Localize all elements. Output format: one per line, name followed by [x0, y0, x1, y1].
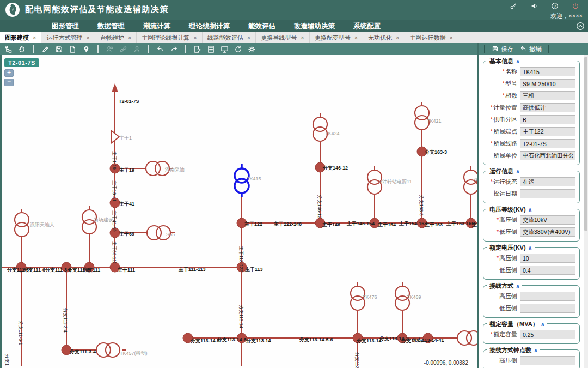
- source-arrow-icon: [112, 83, 118, 92]
- field-input-运行状态[interactable]: [520, 177, 575, 186]
- tab-close-icon[interactable]: ×: [396, 34, 399, 41]
- collapse-toolbar-button[interactable]: [576, 22, 585, 33]
- help-button[interactable]: ?: [551, 2, 559, 10]
- tab-9[interactable]: 主网运行数据×: [405, 32, 458, 43]
- sound-button[interactable]: [530, 2, 538, 10]
- property-form: 基本信息∧*名称*型号*相数*计量位置*供电分区*所属端点*所属线路所属单位运行…: [479, 55, 588, 368]
- field-input-相数[interactable]: [520, 91, 575, 100]
- menu-item-3[interactable]: 潮流计算: [134, 20, 180, 32]
- calculator-tool-button[interactable]: [207, 45, 215, 53]
- node-label: 分支146-12: [317, 195, 322, 219]
- menu-item-2[interactable]: 数据管理: [88, 20, 134, 32]
- key-button[interactable]: [510, 2, 517, 10]
- field-input-高压侧[interactable]: [520, 254, 575, 263]
- pin-tool-button[interactable]: [82, 45, 90, 53]
- doc-export-tool-button[interactable]: [193, 45, 201, 53]
- panel-undo-button[interactable]: 撤销: [520, 45, 542, 53]
- field-input-型号[interactable]: [520, 79, 575, 88]
- zoom-out-button[interactable]: −: [4, 79, 14, 86]
- menu-item-4[interactable]: 理论线损计算: [180, 20, 239, 32]
- gear-tool-button[interactable]: [248, 45, 256, 53]
- tab-7[interactable]: 更换配变型号×: [310, 32, 363, 43]
- field-input-低压侧[interactable]: [520, 227, 575, 237]
- calculator-icon: [207, 45, 215, 53]
- form-section-5: 接线方式∧高压侧低压侧: [483, 285, 580, 318]
- tree-tool-button[interactable]: [4, 45, 13, 53]
- tab-close-icon[interactable]: ×: [33, 34, 36, 41]
- link-icon: [119, 45, 127, 53]
- field-input-名称[interactable]: [520, 67, 575, 76]
- tab-close-icon[interactable]: ×: [128, 34, 131, 41]
- single-line-diagram[interactable]: T2-01-7S主干19主干41主干69主干111分支111-5分支111-6分…: [2, 55, 477, 368]
- save-tool-button[interactable]: [55, 45, 63, 53]
- document-tabbar: 图形建模×运行方式管理×台帐维护×主网理论线损计算×线路能效评估×更换导线型号×…: [0, 32, 588, 43]
- field-label: *所属端点: [487, 128, 517, 136]
- tab-4[interactable]: 主网理论线损计算×: [137, 32, 202, 43]
- tab-8[interactable]: 无功优化×: [363, 32, 405, 43]
- form-row: 所属单位: [487, 151, 575, 160]
- form-row: 低压侧: [487, 266, 575, 275]
- screen-tool-button[interactable]: [220, 45, 229, 53]
- required-asterisk: *: [503, 92, 505, 99]
- field-input-低压侧[interactable]: [520, 304, 575, 313]
- menu-item-7[interactable]: 系统配置: [344, 20, 390, 32]
- panel-save-button[interactable]: 保存: [492, 45, 513, 53]
- field-input-高压侧[interactable]: [520, 292, 575, 301]
- diagram-canvas[interactable]: T2-01-7S主干19主干41主干69主干111分支111-5分支111-6分…: [0, 55, 477, 368]
- panel-scrollbar[interactable]: [584, 55, 588, 368]
- section-title-text: 额定电压(KV): [489, 244, 526, 252]
- device-name-label: 河南: [474, 178, 477, 183]
- collapse-section-icon[interactable]: ∧: [516, 168, 520, 174]
- tab-close-icon[interactable]: ×: [354, 34, 358, 41]
- hand-tool-button[interactable]: [18, 45, 26, 53]
- refresh-tool-button[interactable]: [234, 45, 242, 53]
- collapse-section-icon[interactable]: ∧: [528, 245, 532, 251]
- menu-item-6[interactable]: 改造辅助决策: [285, 20, 344, 32]
- tab-1[interactable]: 图形建模×: [0, 32, 41, 43]
- collapse-section-icon[interactable]: ∧: [534, 347, 538, 353]
- field-input-高压侧[interactable]: [520, 215, 575, 225]
- power-button[interactable]: [572, 2, 579, 10]
- field-input-所属端点[interactable]: [520, 127, 575, 136]
- menu-item-1[interactable]: 图形管理: [42, 20, 88, 32]
- transformer-symbol[interactable]: [15, 222, 29, 237]
- tab-close-icon[interactable]: ×: [86, 34, 89, 41]
- field-input-计量位置[interactable]: [520, 103, 575, 112]
- field-input-所属单位[interactable]: [520, 151, 575, 160]
- tab-close-icon[interactable]: ×: [193, 34, 197, 41]
- tab-5[interactable]: 线路能效评估×: [203, 32, 256, 43]
- link-tool-button[interactable]: [119, 45, 127, 53]
- panel-save-label: 保存: [501, 45, 513, 53]
- field-input-额定容量[interactable]: [520, 330, 575, 339]
- collapse-section-icon[interactable]: ∧: [528, 207, 532, 213]
- user-tool-button[interactable]: [133, 45, 141, 53]
- transformer-symbol[interactable]: [106, 343, 120, 357]
- undo-tool-button[interactable]: [156, 45, 164, 53]
- zoom-in-button[interactable]: +: [4, 69, 14, 77]
- tab-3[interactable]: 台帐维护×: [95, 32, 137, 43]
- canvas-column: T2-01-7S主干19主干41主干69主干111分支111-5分支111-6分…: [0, 43, 477, 368]
- tab-close-icon[interactable]: ×: [450, 34, 453, 41]
- scrollbar-thumb[interactable]: [584, 57, 587, 231]
- field-label: *型号: [487, 80, 517, 88]
- collapse-section-icon[interactable]: ∧: [516, 283, 520, 289]
- field-input-所属线路[interactable]: [520, 139, 575, 148]
- collapse-section-icon[interactable]: ∧: [541, 321, 545, 327]
- tab-6[interactable]: 更换导线型号×: [256, 32, 309, 43]
- tab-2[interactable]: 运行方式管理×: [41, 32, 95, 43]
- menu-item-5[interactable]: 能效评估: [239, 20, 285, 32]
- pencil-tool-button[interactable]: [41, 45, 50, 53]
- redo-icon: [170, 45, 178, 53]
- tab-close-icon[interactable]: ×: [247, 34, 250, 41]
- file-tool-button[interactable]: [69, 45, 77, 53]
- field-input-高压侧[interactable]: [520, 356, 575, 365]
- collapse-section-icon[interactable]: ∧: [516, 58, 520, 64]
- field-input-供电分区[interactable]: [520, 115, 575, 124]
- redo-tool-button[interactable]: [170, 45, 178, 53]
- field-input-投运日期[interactable]: [520, 189, 575, 198]
- tab-close-icon[interactable]: ×: [301, 34, 304, 41]
- user-x-tool-button[interactable]: [106, 45, 114, 53]
- field-label: *供电分区: [487, 116, 517, 124]
- field-input-低压侧[interactable]: [520, 266, 575, 275]
- section-title-text: 接线方式钟点数: [489, 346, 531, 354]
